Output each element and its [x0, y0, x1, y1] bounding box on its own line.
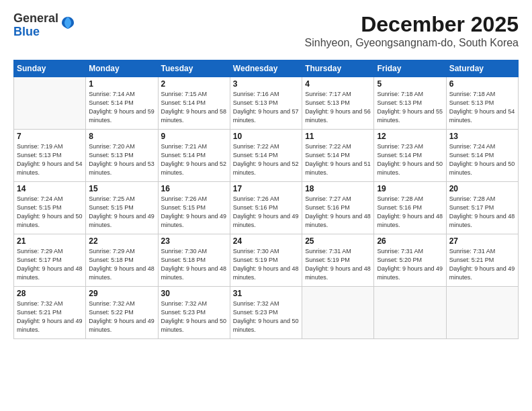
day-info: Sunrise: 7:31 AMSunset: 5:21 PMDaylight:…	[449, 248, 515, 281]
calendar-week-row: 1 Sunrise: 7:14 AMSunset: 5:14 PMDayligh…	[14, 77, 519, 130]
day-number: 18	[305, 184, 371, 193]
table-row: 22 Sunrise: 7:29 AMSunset: 5:18 PMDaylig…	[86, 234, 158, 287]
day-info: Sunrise: 7:32 AMSunset: 5:22 PMDaylight:…	[89, 300, 154, 333]
table-row: 31 Sunrise: 7:32 AMSunset: 5:23 PMDaylig…	[230, 287, 302, 339]
table-row: 16 Sunrise: 7:26 AMSunset: 5:15 PMDaylig…	[158, 182, 230, 234]
day-info: Sunrise: 7:14 AMSunset: 5:14 PMDaylight:…	[89, 91, 154, 124]
title-section: December 2025 Sinhyeon, Gyeongsangnam-do…	[305, 12, 519, 54]
day-number: 15	[89, 184, 154, 193]
day-info: Sunrise: 7:17 AMSunset: 5:13 PMDaylight:…	[305, 91, 371, 124]
table-row: 6 Sunrise: 7:18 AMSunset: 5:13 PMDayligh…	[446, 77, 518, 130]
day-info: Sunrise: 7:24 AMSunset: 5:14 PMDaylight:…	[449, 143, 515, 176]
day-info: Sunrise: 7:26 AMSunset: 5:16 PMDaylight:…	[233, 195, 299, 228]
table-row: 25 Sunrise: 7:31 AMSunset: 5:19 PMDaylig…	[302, 234, 374, 287]
day-number: 24	[233, 236, 299, 246]
day-info: Sunrise: 7:23 AMSunset: 5:14 PMDaylight:…	[377, 143, 443, 176]
header-saturday: Saturday	[446, 60, 518, 77]
day-number: 22	[89, 236, 154, 246]
day-number: 29	[89, 289, 154, 298]
logo: General Blue	[13, 12, 75, 39]
table-row: 4 Sunrise: 7:17 AMSunset: 5:13 PMDayligh…	[302, 77, 374, 130]
day-number: 8	[89, 132, 154, 141]
weekday-header-row: Sunday Monday Tuesday Wednesday Thursday…	[14, 60, 519, 77]
day-number: 7	[17, 132, 83, 141]
header-monday: Monday	[86, 60, 158, 77]
day-number: 27	[449, 236, 515, 246]
table-row: 2 Sunrise: 7:15 AMSunset: 5:14 PMDayligh…	[158, 77, 230, 130]
logo-text: General Blue	[13, 12, 58, 39]
table-row: 23 Sunrise: 7:30 AMSunset: 5:18 PMDaylig…	[158, 234, 230, 287]
day-number: 14	[17, 184, 83, 193]
day-info: Sunrise: 7:30 AMSunset: 5:18 PMDaylight:…	[161, 248, 227, 281]
logo-icon	[60, 15, 75, 30]
day-info: Sunrise: 7:25 AMSunset: 5:15 PMDaylight:…	[89, 195, 154, 228]
day-info: Sunrise: 7:19 AMSunset: 5:13 PMDaylight:…	[17, 143, 83, 176]
calendar-table: Sunday Monday Tuesday Wednesday Thursday…	[13, 60, 519, 339]
top-row: General Blue December 2025 Sinhyeon, Gye…	[13, 12, 519, 56]
day-info: Sunrise: 7:32 AMSunset: 5:23 PMDaylight:…	[161, 300, 227, 333]
table-row	[302, 287, 374, 339]
day-info: Sunrise: 7:21 AMSunset: 5:14 PMDaylight:…	[161, 143, 227, 176]
day-number: 16	[161, 184, 227, 193]
day-info: Sunrise: 7:24 AMSunset: 5:15 PMDaylight:…	[17, 195, 83, 228]
table-row: 15 Sunrise: 7:25 AMSunset: 5:15 PMDaylig…	[86, 182, 158, 234]
calendar-week-row: 28 Sunrise: 7:32 AMSunset: 5:21 PMDaylig…	[14, 287, 519, 339]
table-row: 12 Sunrise: 7:23 AMSunset: 5:14 PMDaylig…	[374, 130, 446, 182]
table-row: 3 Sunrise: 7:16 AMSunset: 5:13 PMDayligh…	[230, 77, 302, 130]
day-info: Sunrise: 7:18 AMSunset: 5:13 PMDaylight:…	[377, 91, 443, 124]
day-number: 26	[377, 236, 443, 246]
day-number: 20	[449, 184, 515, 193]
table-row: 28 Sunrise: 7:32 AMSunset: 5:21 PMDaylig…	[14, 287, 86, 339]
day-number: 31	[233, 289, 299, 298]
day-info: Sunrise: 7:30 AMSunset: 5:19 PMDaylight:…	[233, 248, 299, 281]
header-thursday: Thursday	[302, 60, 374, 77]
day-info: Sunrise: 7:31 AMSunset: 5:20 PMDaylight:…	[377, 248, 443, 281]
day-info: Sunrise: 7:22 AMSunset: 5:14 PMDaylight:…	[305, 143, 371, 176]
month-title: December 2025	[305, 12, 519, 37]
day-number: 12	[377, 132, 443, 141]
day-number: 28	[17, 289, 83, 298]
location-title: Sinhyeon, Gyeongsangnam-do, South Korea	[305, 37, 519, 49]
table-row: 19 Sunrise: 7:28 AMSunset: 5:16 PMDaylig…	[374, 182, 446, 234]
day-number: 11	[305, 132, 371, 141]
table-row: 14 Sunrise: 7:24 AMSunset: 5:15 PMDaylig…	[14, 182, 86, 234]
table-row: 18 Sunrise: 7:27 AMSunset: 5:16 PMDaylig…	[302, 182, 374, 234]
table-row: 17 Sunrise: 7:26 AMSunset: 5:16 PMDaylig…	[230, 182, 302, 234]
day-info: Sunrise: 7:32 AMSunset: 5:21 PMDaylight:…	[17, 300, 83, 333]
day-number: 19	[377, 184, 443, 193]
table-row: 9 Sunrise: 7:21 AMSunset: 5:14 PMDayligh…	[158, 130, 230, 182]
header-wednesday: Wednesday	[230, 60, 302, 77]
day-number: 5	[377, 79, 443, 89]
day-number: 21	[17, 236, 83, 246]
table-row: 21 Sunrise: 7:29 AMSunset: 5:17 PMDaylig…	[14, 234, 86, 287]
table-row	[446, 287, 518, 339]
day-info: Sunrise: 7:26 AMSunset: 5:15 PMDaylight:…	[161, 195, 227, 228]
day-number: 9	[161, 132, 227, 141]
table-row: 11 Sunrise: 7:22 AMSunset: 5:14 PMDaylig…	[302, 130, 374, 182]
header-friday: Friday	[374, 60, 446, 77]
day-info: Sunrise: 7:29 AMSunset: 5:17 PMDaylight:…	[17, 248, 83, 281]
day-number: 1	[89, 79, 154, 89]
day-info: Sunrise: 7:27 AMSunset: 5:16 PMDaylight:…	[305, 195, 371, 228]
table-row: 29 Sunrise: 7:32 AMSunset: 5:22 PMDaylig…	[86, 287, 158, 339]
day-number: 10	[233, 132, 299, 141]
table-row: 1 Sunrise: 7:14 AMSunset: 5:14 PMDayligh…	[86, 77, 158, 130]
day-info: Sunrise: 7:29 AMSunset: 5:18 PMDaylight:…	[89, 248, 154, 281]
calendar-week-row: 14 Sunrise: 7:24 AMSunset: 5:15 PMDaylig…	[14, 182, 519, 234]
day-info: Sunrise: 7:22 AMSunset: 5:14 PMDaylight:…	[233, 143, 299, 176]
day-number: 4	[305, 79, 371, 89]
table-row: 24 Sunrise: 7:30 AMSunset: 5:19 PMDaylig…	[230, 234, 302, 287]
table-row: 10 Sunrise: 7:22 AMSunset: 5:14 PMDaylig…	[230, 130, 302, 182]
day-info: Sunrise: 7:16 AMSunset: 5:13 PMDaylight:…	[233, 91, 299, 124]
day-number: 17	[233, 184, 299, 193]
calendar-week-row: 21 Sunrise: 7:29 AMSunset: 5:17 PMDaylig…	[14, 234, 519, 287]
day-number: 3	[233, 79, 299, 89]
table-row	[374, 287, 446, 339]
day-number: 30	[161, 289, 227, 298]
table-row: 30 Sunrise: 7:32 AMSunset: 5:23 PMDaylig…	[158, 287, 230, 339]
table-row: 20 Sunrise: 7:28 AMSunset: 5:17 PMDaylig…	[446, 182, 518, 234]
page-container: General Blue December 2025 Sinhyeon, Gye…	[0, 0, 532, 346]
day-info: Sunrise: 7:15 AMSunset: 5:14 PMDaylight:…	[161, 91, 227, 124]
header-tuesday: Tuesday	[158, 60, 230, 77]
table-row	[14, 77, 86, 130]
